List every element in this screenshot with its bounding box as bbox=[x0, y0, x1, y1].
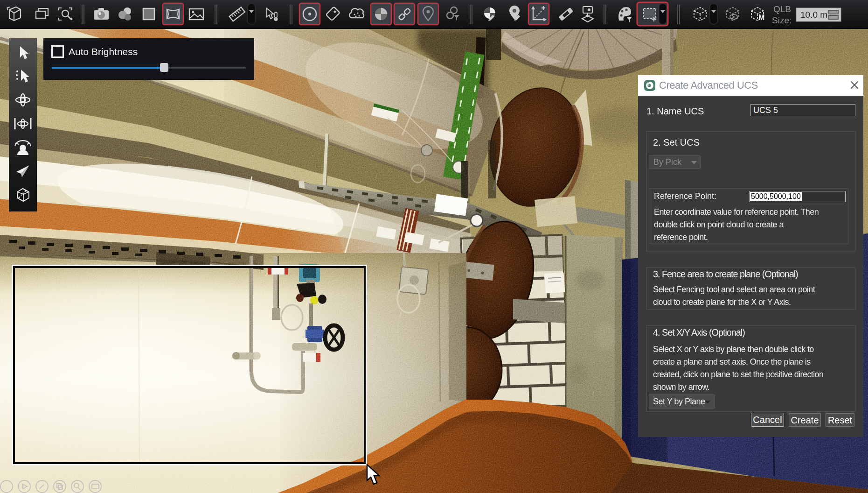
svg-text:QLB: QLB bbox=[773, 4, 791, 14]
svg-text:10.0 m: 10.0 m bbox=[800, 10, 827, 20]
svg-text:Size:: Size: bbox=[772, 15, 792, 25]
svg-text:M: M bbox=[758, 14, 764, 21]
